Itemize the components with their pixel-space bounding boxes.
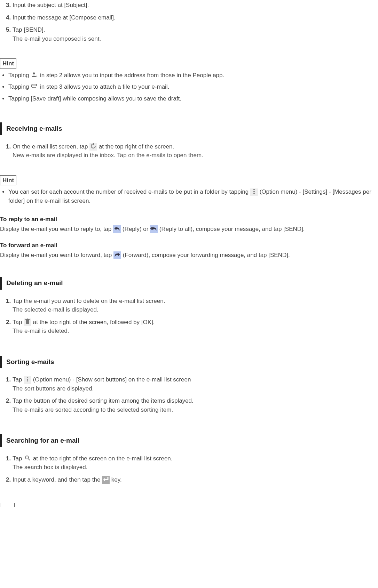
searching-steps: Tap at the top right of the screen on th… [0, 453, 378, 487]
search-icon [24, 455, 31, 462]
svg-point-0 [33, 72, 35, 74]
option-menu-icon [24, 376, 31, 384]
sorting-step-2: Tap the button of the desired sorting it… [13, 396, 378, 417]
step-text: Tap [13, 319, 24, 325]
section-deleting-title: Deleting an e-mail [0, 277, 378, 290]
svg-rect-5 [26, 320, 29, 324]
attachment-icon [31, 83, 38, 91]
reply-icon [113, 225, 121, 233]
svg-rect-10 [27, 380, 28, 381]
svg-rect-9 [27, 379, 28, 380]
hint-label: Hint [0, 175, 16, 186]
deleting-step-1: Tap the e-mail you want to delete on the… [13, 296, 378, 317]
deleting-steps: Tap the e-mail you want to delete on the… [0, 296, 378, 338]
hint-text: Tapping [8, 72, 31, 79]
text: (Forward), compose your forwarding messa… [121, 252, 290, 258]
step-text: Input a keyword, and then tap the [13, 476, 102, 483]
forward-para: Display the e-mail you want to forward, … [0, 251, 378, 260]
hint-item: Tapping [Save draft] while composing all… [8, 94, 378, 105]
person-add-icon: + [31, 72, 38, 79]
svg-rect-7 [27, 319, 28, 319]
text: Display the e-mail you want to reply to,… [0, 226, 113, 232]
enter-key-icon [102, 476, 110, 484]
step-text: at the top right of the screen. [97, 143, 174, 150]
hint-text: in step 3 allows you to attach a file to… [38, 83, 169, 90]
receiving-step-1: On the e-mail list screen, tap at the to… [13, 142, 378, 163]
text: (Reply to all), compose your message, an… [158, 226, 305, 232]
section-searching-title: Searching for an e-mail [0, 434, 378, 447]
hint-text: in step 2 allows you to input the addres… [38, 72, 224, 79]
step-text: key. [110, 476, 122, 483]
step-text: Tap the button of the desired sorting it… [13, 397, 194, 404]
searching-step-2: Input a keyword, and then tap the key. [13, 475, 378, 487]
step-note: New e-mails are displayed in the inbox. … [13, 152, 203, 159]
svg-rect-2 [253, 189, 255, 190]
step-text: On the e-mail list screen, tap [13, 143, 89, 150]
step-text: Tap the e-mail you want to delete on the… [13, 298, 165, 304]
hint-item: Tapping + in step 2 allows you to input … [8, 70, 378, 82]
step-text: Tap [13, 376, 24, 383]
hint-item: You can set for each account the number … [8, 187, 378, 207]
step-text: Tap [13, 455, 24, 462]
hint-item: Tapping in step 3 allows you to attach a… [8, 82, 378, 94]
hint-label: Hint [0, 58, 16, 69]
svg-rect-4 [253, 193, 255, 194]
sorting-step-1: Tap (Option menu) - [Show sort buttons] … [13, 374, 378, 396]
reply-all-icon [150, 225, 158, 233]
deleting-step-2: Tap at the top right of the screen, foll… [13, 317, 378, 338]
svg-text:+: + [36, 75, 38, 78]
compose-step-5: Tap [SEND]. The e-mail you composed is s… [13, 25, 378, 46]
reply-subhead: To reply to an e-mail [0, 215, 378, 224]
compose-step-3: Input the subject at [Subject]. [13, 0, 378, 13]
forward-subhead: To forward an e-mail [0, 241, 378, 250]
partial-box-bottom [0, 503, 15, 507]
step-text: at the top right of the screen, followed… [31, 319, 155, 325]
step-note: The e-mails are sorted according to the … [13, 406, 173, 413]
hint-list: Tapping + in step 2 allows you to input … [0, 70, 378, 105]
text: (Reply) or [121, 226, 150, 232]
svg-rect-8 [27, 377, 28, 378]
step-note: The selected e-mail is displayed. [13, 306, 99, 313]
receiving-steps: On the e-mail list screen, tap at the to… [0, 142, 378, 163]
svg-rect-3 [253, 191, 255, 192]
compose-step-4: Input the message at [Compose email]. [13, 13, 378, 25]
option-menu-icon [250, 188, 258, 196]
forward-icon [113, 251, 121, 259]
step-note: The e-mail is deleted. [13, 328, 69, 334]
hint-list: You can set for each account the number … [0, 187, 378, 207]
sorting-steps: Tap (Option menu) - [Show sort buttons] … [0, 374, 378, 417]
step-note: The search box is displayed. [13, 464, 87, 470]
svg-rect-6 [25, 319, 30, 320]
step-note: The e-mail you composed is sent. [13, 35, 101, 42]
searching-step-1: Tap at the top right of the screen on th… [13, 453, 378, 475]
hint-text: Tapping [Save draft] while composing all… [8, 95, 181, 102]
hint-text: Tapping [8, 83, 31, 90]
step-text: Input the message at [Compose email]. [13, 14, 116, 21]
section-sorting-title: Sorting e-mails [0, 356, 378, 369]
step-text: Input the subject at [Subject]. [13, 2, 89, 8]
trash-icon [24, 319, 31, 326]
refresh-icon [89, 143, 97, 151]
compose-steps: Input the subject at [Subject]. Input th… [0, 0, 378, 46]
svg-line-12 [28, 459, 30, 460]
step-note: The sort buttons are displayed. [13, 385, 94, 392]
step-text: (Option menu) - [Show sort buttons] on t… [31, 376, 191, 383]
section-receiving-title: Receiving e-mails [0, 122, 378, 135]
reply-para: Display the e-mail you want to reply to,… [0, 225, 378, 234]
svg-point-11 [25, 456, 29, 459]
step-text: at the top right of the screen on the e-… [31, 455, 172, 462]
hint-text: You can set for each account the number … [8, 188, 250, 195]
text: Display the e-mail you want to forward, … [0, 252, 113, 258]
step-text: Tap [SEND]. [13, 26, 45, 33]
